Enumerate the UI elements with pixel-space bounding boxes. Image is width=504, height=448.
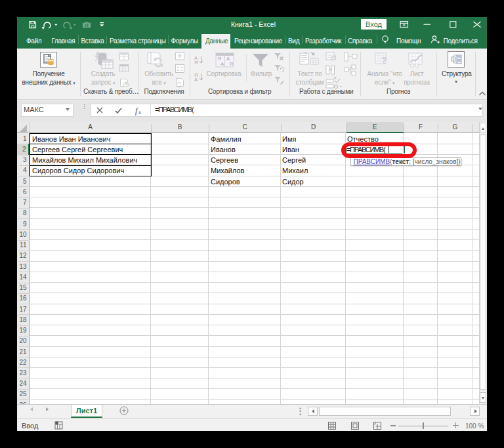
svg-text:x: x [138,109,141,115]
svg-text:А: А [220,61,224,67]
svg-text:Я: Я [194,60,198,66]
svg-text:?: ? [381,55,387,66]
svg-text:А: А [194,77,198,83]
svg-text:Я: Я [230,61,234,67]
